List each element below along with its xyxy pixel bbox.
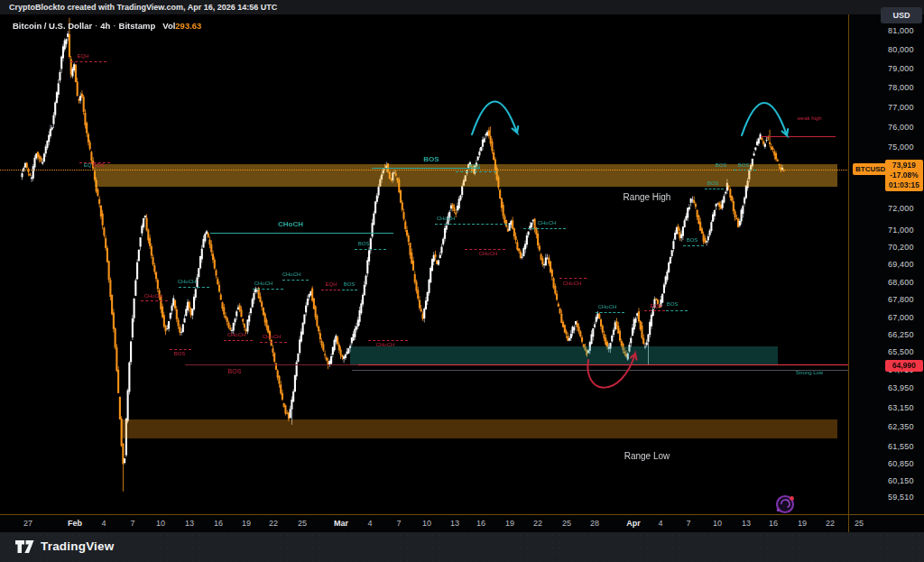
time-tick: Mar: [334, 519, 348, 528]
price-tick: 72,000: [888, 204, 924, 213]
time-tick: 4: [658, 519, 662, 528]
price-tick: 67,000: [888, 313, 924, 322]
interval-label: 4h: [100, 21, 110, 31]
time-tick: 28: [590, 519, 599, 528]
price-tick: 66,250: [888, 330, 924, 339]
attribution-text: CryptoBlockto created with TradingView.c…: [9, 3, 277, 12]
time-tick: 10: [156, 519, 165, 528]
time-tick: 25: [298, 519, 307, 528]
time-axis[interactable]: 27Feb47101316192225Mar4710131619222528Ap…: [0, 515, 924, 532]
drawing-arrows: [0, 14, 849, 515]
sticker-purple-dot: [777, 509, 780, 511]
price-tick: 79,000: [888, 64, 924, 73]
price-tick: 81,000: [888, 26, 924, 35]
price-axis[interactable]: 81,00080,00079,00078,00077,00076,00075,0…: [849, 14, 924, 515]
price-tick: 61,550: [888, 442, 924, 451]
price-tick: 75,000: [888, 143, 924, 152]
bottom-bar: [0, 532, 924, 562]
time-tick: 7: [130, 519, 134, 528]
time-tick: 13: [742, 519, 751, 528]
time-tick: 16: [476, 519, 485, 528]
last-price-badge[interactable]: 73,919 -17.08% 01:03:15: [885, 160, 923, 191]
sticker-red-dot: [790, 496, 794, 501]
time-tick: 13: [450, 519, 459, 528]
bounce-arrow: [587, 354, 636, 388]
time-tick: Feb: [68, 519, 82, 528]
time-tick: 7: [396, 519, 401, 528]
price-axis-divider: [848, 14, 849, 532]
time-tick: 22: [269, 519, 278, 528]
projection-arch-mid: [472, 101, 518, 134]
time-tick: 19: [242, 519, 251, 528]
symbol-title: Bitcoin / U.S. Dollar: [13, 21, 92, 31]
time-tick: 10: [422, 519, 431, 528]
tradingview-snapshot: CryptoBlockto created with TradingView.c…: [0, 0, 924, 562]
price-tick: 62,350: [888, 422, 924, 431]
price-tick: 69,400: [888, 260, 924, 269]
time-tick: 4: [367, 519, 372, 528]
time-tick: 16: [214, 519, 223, 528]
time-tick: Apr: [626, 519, 641, 528]
time-tick: 10: [713, 519, 722, 528]
time-axis-divider: [0, 514, 924, 515]
time-tick: 13: [185, 519, 194, 528]
price-tick: 70,200: [888, 243, 924, 252]
time-tick: 7: [686, 519, 690, 528]
time-tick: 22: [826, 519, 835, 528]
time-tick: 27: [23, 519, 32, 528]
price-tick: 65,500: [888, 347, 924, 356]
time-tick: 25: [855, 519, 864, 528]
price-tick: 76,000: [888, 123, 924, 132]
chart-plot-area[interactable]: Bitcoin / U.S. Dollar·4h·BitstampVol293.…: [0, 14, 849, 515]
price-tick: 68,600: [888, 278, 924, 287]
attribution-bar: CryptoBlockto created with TradingView.c…: [0, 0, 924, 14]
price-tick: 67,800: [888, 295, 924, 304]
time-tick: 19: [798, 519, 807, 528]
time-tick: 16: [769, 519, 778, 528]
price-change-percent: -17.08%: [885, 170, 923, 180]
symbol-price-tag[interactable]: BTCUSD: [853, 163, 888, 175]
bar-countdown: 01:03:15: [885, 180, 923, 190]
time-tick: 22: [533, 519, 542, 528]
volume-value: 293.63: [175, 21, 201, 31]
price-tick: 60,150: [888, 476, 924, 485]
time-tick: 19: [505, 519, 514, 528]
price-tick: 59,510: [888, 493, 924, 502]
currency-toggle-button[interactable]: USD: [881, 7, 922, 23]
tradingview-logo-icon: [15, 540, 35, 553]
stop-price-badge[interactable]: 64,990: [885, 360, 923, 372]
volume-label: Vol: [162, 21, 175, 31]
projection-arch-right: [742, 103, 788, 135]
tradingview-logo[interactable]: TradingView: [15, 539, 114, 553]
price-tick: 78,000: [888, 83, 924, 92]
tradingview-logo-text: TradingView: [41, 539, 114, 553]
price-tick: 60,850: [888, 459, 924, 468]
price-tick: 63,150: [888, 403, 924, 412]
exchange-label: Bitstamp: [119, 21, 156, 31]
price-tick: 71,000: [888, 226, 924, 235]
symbol-legend[interactable]: Bitcoin / U.S. Dollar·4h·BitstampVol293.…: [13, 21, 201, 31]
price-tick: 77,000: [888, 103, 924, 112]
last-price-value: 73,919: [885, 161, 923, 170]
price-tick: 63,950: [888, 383, 924, 392]
time-tick: 25: [562, 519, 571, 528]
time-tick: 4: [101, 519, 106, 528]
price-tick: 80,000: [888, 45, 924, 54]
